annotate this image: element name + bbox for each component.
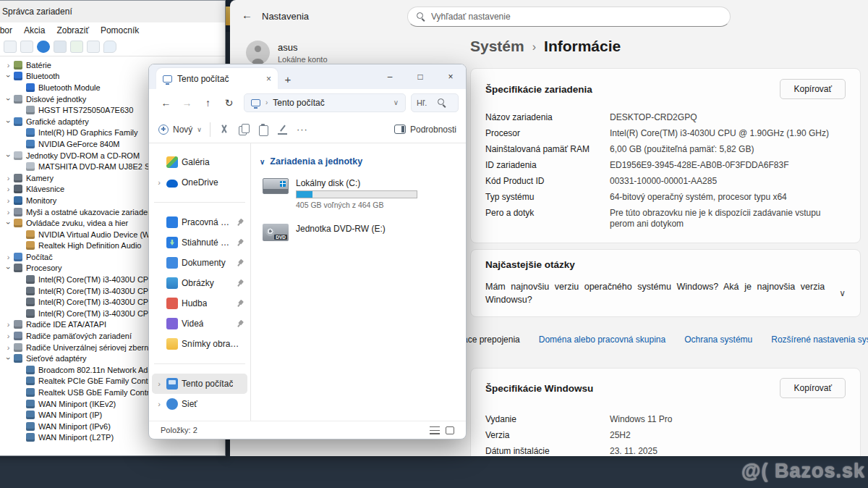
tab-close-icon[interactable]: × xyxy=(266,74,271,84)
user-account[interactable]: asus Lokálne konto xyxy=(246,41,328,64)
breadcrumb-parent[interactable]: Systém xyxy=(470,38,524,55)
sidebar-item-stiahnut-s-bory[interactable]: Stiahnuté súbory xyxy=(152,232,247,253)
pictures-icon xyxy=(166,277,178,289)
chevron-down-icon: ∨ xyxy=(260,158,265,166)
menu-zobrazi[interactable]: Zobraziť xyxy=(51,25,95,35)
maximize-button[interactable]: □ xyxy=(405,64,435,88)
copy-windows-spec-button[interactable]: Kopírovať xyxy=(780,378,846,398)
new-button[interactable]: Nový ∨ xyxy=(158,125,202,135)
ide-icon xyxy=(14,320,22,329)
sound-icon xyxy=(14,219,22,227)
faq-card: Najčastejšie otázky Mám najnovšiu verziu… xyxy=(470,249,861,317)
gallery-icon xyxy=(166,156,178,168)
sidebar-item-gal-ria[interactable]: Galéria xyxy=(152,152,247,172)
pin-icon xyxy=(234,298,245,308)
user-account-type: Lokálne konto xyxy=(278,55,328,64)
related-link-roz-ren-nastavenia-syst-mu[interactable]: Rozšírené nastavenia systému xyxy=(771,335,868,345)
menu-s-bor[interactable]: Súbor xyxy=(0,25,18,35)
list-view-icon[interactable] xyxy=(430,426,440,434)
device-tree-label: Radiče pamäťových zariadení xyxy=(26,332,132,340)
tree-toggle-icon[interactable]: › xyxy=(4,117,13,126)
tree-toggle-icon[interactable]: › xyxy=(4,253,13,261)
refresh-icon[interactable] xyxy=(70,41,83,53)
tab-this-pc[interactable]: Tento počítač × xyxy=(156,68,278,89)
drive-dvd-item[interactable]: DVD Jednotka DVD-RW (E:) xyxy=(260,224,459,241)
rename-icon[interactable] xyxy=(277,124,289,135)
documents-icon xyxy=(166,257,178,269)
paste-icon[interactable] xyxy=(258,124,269,135)
sidebar-item-vide[interactable]: Videá xyxy=(152,314,247,334)
explorer-search[interactable] xyxy=(411,93,459,112)
window-icon[interactable] xyxy=(4,41,17,53)
tree-toggle-icon[interactable]: › xyxy=(4,320,13,329)
new-tab-button[interactable]: + xyxy=(278,73,298,89)
spec-row: Verzia25H2 xyxy=(485,430,846,441)
sidebar-item-sn-mky-obrazovky[interactable]: Snímky obrazovky xyxy=(152,334,247,354)
related-link-dom-na-alebo-pracovn-skupina[interactable]: Doména alebo pracovná skupina xyxy=(539,335,665,345)
refresh-icon[interactable]: ↻ xyxy=(219,93,239,112)
copy-device-spec-button[interactable]: Kopírovať xyxy=(780,79,846,99)
spec-label: ID zariadenia xyxy=(485,160,610,171)
tree-toggle-icon[interactable]: › xyxy=(4,219,13,228)
faq-expander[interactable]: Mám najnovšiu verziu operačného systému … xyxy=(485,280,846,306)
back-icon[interactable]: ← xyxy=(242,9,252,21)
spec-value: ED1956E9-3945-428E-AB0B-0F3FDDA6F83F xyxy=(610,160,788,171)
tree-toggle-icon[interactable]: › xyxy=(4,151,13,160)
desktop-icon xyxy=(166,216,178,228)
back-icon[interactable]: ← xyxy=(156,93,176,112)
sidebar-item-obr-zky[interactable]: Obrázky xyxy=(152,273,247,293)
windows-spec-title: Špecifikácie Windowsu xyxy=(485,383,593,394)
sidebar-item-hudba[interactable]: Hudba xyxy=(152,293,247,314)
group-header-devices[interactable]: ∨ Zariadenia a jednotky xyxy=(260,156,459,167)
chevron-down-icon[interactable]: ∨ xyxy=(393,98,399,106)
sidebar-item-label: Tento počítač xyxy=(182,379,233,389)
tree-toggle-icon[interactable]: › xyxy=(4,72,13,81)
menu-akcia[interactable]: Akcia xyxy=(18,25,51,35)
sidebar-item-sie[interactable]: ›Sieť xyxy=(152,394,247,414)
avatar xyxy=(246,41,270,64)
settings-main: Systém › Informácie Špecifikácie zariade… xyxy=(470,0,861,456)
cut-icon[interactable] xyxy=(218,124,230,135)
large-icons-view-icon[interactable] xyxy=(446,426,454,434)
monitor-icon[interactable] xyxy=(54,41,67,53)
chevron-down-icon[interactable]: ∨ xyxy=(839,288,846,298)
sidebar-item-tento-po-ta[interactable]: ›Tento počítač xyxy=(152,374,247,394)
minimize-button[interactable]: – xyxy=(375,64,405,88)
tree-toggle-icon[interactable]: › xyxy=(4,208,13,216)
copy-icon[interactable] xyxy=(238,124,250,135)
tree-toggle-icon[interactable]: › xyxy=(4,94,13,104)
tree-toggle-icon[interactable]: › xyxy=(4,185,13,193)
device-tree-label: Klávesnice xyxy=(26,185,64,193)
drive-c-item[interactable]: Lokálny disk (C:) 405 GB voľných z 464 G… xyxy=(260,178,459,209)
device-manager-titlebar[interactable]: Správca zariadení xyxy=(0,1,225,22)
up-icon[interactable]: ↑ xyxy=(198,93,218,112)
close-button[interactable]: × xyxy=(435,64,466,88)
tree-toggle-icon[interactable]: › xyxy=(4,196,13,205)
group-header-label: Zariadenia a jednotky xyxy=(270,156,362,167)
drive-free-space: 405 GB voľných z 464 GB xyxy=(296,201,417,209)
tree-toggle-icon[interactable]: › xyxy=(4,264,13,273)
print-icon[interactable] xyxy=(87,41,100,53)
help-icon[interactable] xyxy=(37,41,50,53)
related-link-ochrana-syst-mu[interactable]: Ochrana systému xyxy=(684,335,752,345)
tree-toggle-icon[interactable]: › xyxy=(4,174,13,182)
sidebar-item-pracovn-plocha[interactable]: Pracovná plocha xyxy=(152,212,247,232)
tree-toggle-icon[interactable]: › xyxy=(4,354,13,363)
tree-toggle-icon[interactable]: › xyxy=(4,332,13,340)
grid-icon[interactable] xyxy=(20,41,33,53)
chevron-right-icon: › xyxy=(156,178,163,187)
sidebar-item-onedrive[interactable]: ›OneDrive xyxy=(152,172,247,193)
window-title: Správca zariadení xyxy=(2,7,72,17)
cpu-icon xyxy=(26,275,35,284)
more-options-icon[interactable]: ··· xyxy=(297,124,308,135)
address-bar[interactable]: › Tento počítač ∨ xyxy=(244,93,406,112)
tree-toggle-icon[interactable]: › xyxy=(4,61,13,70)
spec-row: ProcesorIntel(R) Core(TM) i3-4030U CPU @… xyxy=(485,128,846,139)
details-view-button[interactable]: Podrobnosti xyxy=(394,125,456,135)
forward-icon[interactable]: → xyxy=(177,93,197,112)
chat-icon[interactable] xyxy=(103,41,116,53)
tree-toggle-icon[interactable]: › xyxy=(4,343,13,352)
menu-pomocn-k[interactable]: Pomocník xyxy=(95,25,145,35)
sidebar-item-dokumenty[interactable]: Dokumenty xyxy=(152,253,247,273)
explorer-search-input[interactable] xyxy=(417,98,435,107)
